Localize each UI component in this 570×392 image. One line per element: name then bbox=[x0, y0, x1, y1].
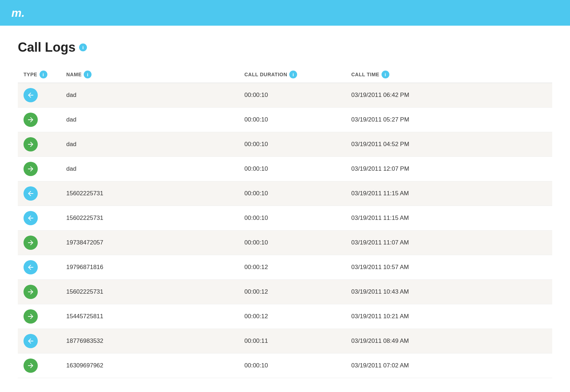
call-duration-cell: 00:00:10 bbox=[244, 239, 351, 246]
table-row[interactable]: 18776983532 00:00:11 03/19/2011 08:49 AM bbox=[18, 329, 552, 354]
table-row[interactable]: 15602225731 00:00:10 03/19/2011 11:15 AM bbox=[18, 206, 552, 231]
call-duration-cell: 00:00:10 bbox=[244, 116, 351, 123]
call-time-cell: 03/19/2011 05:27 PM bbox=[351, 116, 458, 123]
call-type-cell bbox=[24, 285, 66, 299]
outgoing-call-icon bbox=[24, 359, 38, 373]
call-duration-cell: 00:00:11 bbox=[244, 337, 351, 345]
call-type-cell bbox=[24, 162, 66, 176]
call-time-cell: 03/19/2011 11:15 AM bbox=[351, 190, 458, 197]
page-title: Call Logs bbox=[18, 40, 76, 55]
call-time-cell: 03/19/2011 12:07 PM bbox=[351, 165, 458, 172]
call-time-cell: 03/19/2011 10:43 AM bbox=[351, 288, 458, 295]
table-row[interactable]: dad 00:00:10 03/19/2011 04:52 PM bbox=[18, 132, 552, 157]
incoming-call-icon bbox=[24, 211, 38, 225]
call-duration-cell: 00:00:10 bbox=[244, 362, 351, 369]
call-name-cell: dad bbox=[66, 116, 244, 123]
call-name-cell: 15445725811 bbox=[66, 313, 244, 320]
call-duration-cell: 00:00:12 bbox=[244, 264, 351, 271]
main-content: Call Logs i TYPE i NAME i CALL DURATION … bbox=[0, 26, 570, 392]
call-type-cell bbox=[24, 137, 66, 151]
table-row[interactable]: 15602225731 00:00:10 03/19/2011 11:15 AM bbox=[18, 181, 552, 206]
table-row[interactable]: 19738472057 00:00:10 03/19/2011 11:07 AM bbox=[18, 231, 552, 255]
call-name-cell: 15602225731 bbox=[66, 190, 244, 197]
call-time-cell: 03/19/2011 07:02 AM bbox=[351, 362, 458, 369]
table-row[interactable]: 19796871816 00:00:12 03/19/2011 10:57 AM bbox=[18, 255, 552, 280]
call-time-cell: 03/19/2011 06:42 PM bbox=[351, 92, 458, 99]
call-duration-cell: 00:00:10 bbox=[244, 190, 351, 197]
outgoing-call-icon bbox=[24, 309, 38, 324]
table-row[interactable]: 15602225731 00:00:12 03/19/2011 10:43 AM bbox=[18, 280, 552, 304]
time-col-info-icon[interactable]: i bbox=[382, 71, 389, 78]
col-header-type: TYPE i bbox=[24, 71, 66, 78]
page-title-info-icon[interactable]: i bbox=[79, 43, 87, 51]
outgoing-call-icon bbox=[24, 162, 38, 176]
duration-col-info-icon[interactable]: i bbox=[289, 71, 297, 78]
outgoing-call-icon bbox=[24, 113, 38, 127]
call-type-cell bbox=[24, 186, 66, 201]
incoming-call-icon bbox=[24, 186, 38, 201]
name-col-info-icon[interactable]: i bbox=[84, 71, 92, 78]
col-header-name: NAME i bbox=[66, 71, 244, 78]
app-header: m. bbox=[0, 0, 570, 26]
call-type-cell bbox=[24, 211, 66, 225]
call-type-cell bbox=[24, 88, 66, 102]
call-name-cell: 19738472057 bbox=[66, 239, 244, 246]
call-name-cell: dad bbox=[66, 92, 244, 99]
call-name-cell: 18776983532 bbox=[66, 337, 244, 345]
call-time-cell: 03/19/2011 11:07 AM bbox=[351, 239, 458, 246]
call-name-cell: 16309697962 bbox=[66, 362, 244, 369]
call-duration-cell: 00:00:12 bbox=[244, 313, 351, 320]
table-row[interactable]: dad 00:00:10 03/19/2011 05:27 PM bbox=[18, 108, 552, 132]
call-duration-cell: 00:00:10 bbox=[244, 141, 351, 148]
col-header-duration: CALL DURATION i bbox=[244, 71, 351, 78]
call-duration-cell: 00:00:10 bbox=[244, 165, 351, 172]
table-row[interactable]: 16309697962 00:00:10 03/19/2011 07:02 AM bbox=[18, 354, 552, 378]
call-time-cell: 03/19/2011 08:49 AM bbox=[351, 337, 458, 345]
table-row[interactable]: dad 00:00:10 03/19/2011 12:07 PM bbox=[18, 157, 552, 181]
table-header: TYPE i NAME i CALL DURATION i CALL TIME … bbox=[18, 66, 552, 83]
table-body: dad 00:00:10 03/19/2011 06:42 PM dad 00:… bbox=[18, 83, 552, 378]
call-type-cell bbox=[24, 236, 66, 250]
call-type-cell bbox=[24, 260, 66, 274]
call-type-cell bbox=[24, 309, 66, 324]
call-name-cell: dad bbox=[66, 165, 244, 172]
outgoing-call-icon bbox=[24, 285, 38, 299]
incoming-call-icon bbox=[24, 334, 38, 348]
call-duration-cell: 00:00:12 bbox=[244, 288, 351, 295]
app-logo: m. bbox=[11, 6, 25, 20]
type-col-info-icon[interactable]: i bbox=[40, 71, 47, 78]
table-row[interactable]: dad 00:00:10 03/19/2011 06:42 PM bbox=[18, 83, 552, 108]
call-name-cell: 15602225731 bbox=[66, 288, 244, 295]
col-header-time: CALL TIME i bbox=[351, 71, 458, 78]
call-time-cell: 03/19/2011 04:52 PM bbox=[351, 141, 458, 148]
call-duration-cell: 00:00:10 bbox=[244, 92, 351, 99]
table-row[interactable]: 15445725811 00:00:12 03/19/2011 10:21 AM bbox=[18, 304, 552, 329]
call-time-cell: 03/19/2011 11:15 AM bbox=[351, 215, 458, 222]
incoming-call-icon bbox=[24, 88, 38, 102]
call-time-cell: 03/19/2011 10:57 AM bbox=[351, 264, 458, 271]
call-name-cell: dad bbox=[66, 141, 244, 148]
outgoing-call-icon bbox=[24, 236, 38, 250]
call-type-cell bbox=[24, 334, 66, 348]
call-type-cell bbox=[24, 359, 66, 373]
call-logs-table: TYPE i NAME i CALL DURATION i CALL TIME … bbox=[18, 66, 552, 378]
call-duration-cell: 00:00:10 bbox=[244, 215, 351, 222]
page-title-row: Call Logs i bbox=[18, 40, 552, 55]
call-time-cell: 03/19/2011 10:21 AM bbox=[351, 313, 458, 320]
outgoing-call-icon bbox=[24, 137, 38, 151]
call-name-cell: 15602225731 bbox=[66, 215, 244, 222]
incoming-call-icon bbox=[24, 260, 38, 274]
call-name-cell: 19796871816 bbox=[66, 264, 244, 271]
call-type-cell bbox=[24, 113, 66, 127]
